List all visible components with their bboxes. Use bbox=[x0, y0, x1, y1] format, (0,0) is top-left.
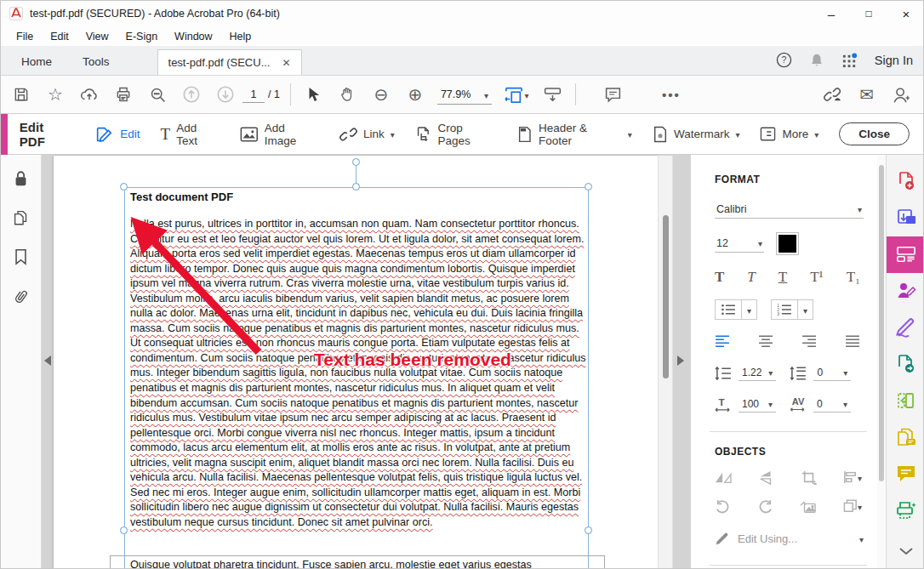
format-panel-scrollbar[interactable] bbox=[877, 155, 886, 569]
comment-tool[interactable] bbox=[887, 455, 924, 492]
replace-image-button[interactable] bbox=[800, 499, 817, 514]
crop-pages-button[interactable]: Crop Pages bbox=[415, 122, 498, 147]
crop-object-button[interactable] bbox=[801, 470, 817, 485]
removed-text-annotation[interactable]: Text has been removed bbox=[268, 350, 557, 370]
edit-tool-button[interactable]: Edit bbox=[94, 125, 140, 144]
selection-handle-top-left[interactable] bbox=[120, 183, 128, 191]
more-tools-button[interactable]: ••• bbox=[654, 79, 688, 110]
favorite-star-button[interactable]: ☆ bbox=[38, 79, 72, 110]
attachments-paperclip-icon[interactable] bbox=[13, 287, 29, 304]
selection-handle-middle-right[interactable] bbox=[585, 526, 592, 534]
subscript-button[interactable]: T₁ bbox=[847, 269, 860, 286]
document-scrollbar[interactable] bbox=[658, 156, 673, 569]
tab-close-icon[interactable]: ✕ bbox=[282, 57, 290, 69]
help-icon[interactable]: ? bbox=[776, 52, 792, 68]
fill-and-sign-tool[interactable] bbox=[887, 310, 924, 346]
previous-page-button[interactable] bbox=[174, 79, 208, 110]
edit-pdf-tool[interactable] bbox=[887, 236, 924, 273]
request-e-signatures-tool[interactable] bbox=[887, 273, 924, 310]
organize-pages-tool[interactable] bbox=[887, 382, 924, 418]
selection-handle-top-center[interactable] bbox=[352, 183, 360, 191]
edit-using-button[interactable]: Edit Using... bbox=[715, 532, 797, 546]
align-right-button[interactable] bbox=[801, 335, 817, 348]
more-edit-button[interactable]: More bbox=[760, 127, 818, 141]
zoom-out-button[interactable]: ⊖ bbox=[364, 79, 398, 110]
maximize-button[interactable]: □ bbox=[850, 1, 887, 26]
selection-handle-top-right[interactable] bbox=[585, 183, 592, 191]
menu-help[interactable]: Help bbox=[221, 28, 260, 45]
collapse-right-pane-icon[interactable] bbox=[677, 356, 684, 366]
menu-edit[interactable]: Edit bbox=[42, 28, 77, 45]
page-number-input[interactable] bbox=[242, 87, 265, 103]
link-button[interactable]: Link bbox=[339, 127, 395, 142]
minimize-button[interactable]: – bbox=[813, 1, 850, 26]
comment-button[interactable] bbox=[596, 79, 630, 110]
character-spacing-control[interactable]: 0 bbox=[813, 396, 851, 413]
expand-tools-chevron-icon[interactable] bbox=[887, 533, 924, 569]
share-link-button[interactable] bbox=[816, 79, 850, 110]
rotate-counterclockwise-button[interactable] bbox=[715, 499, 731, 514]
scan-and-ocr-tool[interactable] bbox=[887, 492, 924, 528]
italic-button[interactable]: T bbox=[747, 269, 755, 286]
search-button[interactable] bbox=[140, 79, 174, 110]
menu-window[interactable]: Window bbox=[166, 28, 220, 45]
page-display-button[interactable] bbox=[497, 79, 536, 110]
select-tool-button[interactable] bbox=[296, 79, 330, 110]
numbered-list-button[interactable]: 123 bbox=[771, 299, 813, 320]
menu-file[interactable]: File bbox=[8, 28, 42, 45]
tab-document[interactable]: test-pdf.pdf (SECU... ✕ bbox=[157, 49, 302, 75]
export-pdf-tool[interactable] bbox=[887, 200, 924, 236]
next-page-button[interactable] bbox=[208, 79, 242, 110]
align-objects-button[interactable] bbox=[843, 469, 862, 485]
font-size-select[interactable]: 12 bbox=[715, 235, 764, 253]
superscript-button[interactable]: T¹ bbox=[810, 269, 823, 286]
arrange-objects-button[interactable] bbox=[843, 498, 862, 514]
align-center-button[interactable] bbox=[758, 335, 773, 348]
flip-horizontal-button[interactable] bbox=[715, 470, 732, 485]
account-button[interactable] bbox=[884, 79, 918, 110]
window-close-button[interactable]: × bbox=[887, 1, 924, 26]
sign-in-link[interactable]: Sign In bbox=[875, 54, 913, 67]
create-pdf-tool[interactable] bbox=[887, 163, 924, 200]
header-footer-button[interactable]: Header & Footer bbox=[517, 122, 632, 147]
hand-tool-button[interactable] bbox=[330, 79, 364, 110]
tab-home[interactable]: Home bbox=[6, 48, 67, 75]
notifications-bell-icon[interactable] bbox=[809, 52, 824, 68]
horizontal-scale-control[interactable]: 100 bbox=[739, 396, 776, 413]
add-text-button[interactable]: T Add Text bbox=[161, 122, 220, 147]
print-button[interactable] bbox=[106, 79, 140, 110]
document-scrollbar-thumb[interactable] bbox=[663, 215, 669, 378]
save-button[interactable] bbox=[4, 79, 38, 110]
underline-button[interactable]: T bbox=[779, 269, 787, 286]
share-upload-button[interactable] bbox=[72, 79, 106, 110]
line-spacing-control[interactable]: 1.22 bbox=[739, 365, 776, 381]
align-left-button[interactable] bbox=[715, 335, 730, 348]
bold-button[interactable]: T bbox=[715, 269, 724, 286]
font-family-select[interactable]: Calibri bbox=[715, 201, 864, 219]
rotate-clockwise-button[interactable] bbox=[757, 499, 773, 514]
menu-view[interactable]: View bbox=[77, 28, 117, 45]
font-color-swatch[interactable] bbox=[776, 232, 799, 255]
dock-toolbar-button[interactable] bbox=[536, 79, 570, 110]
paragraph-spacing-control[interactable]: 0 bbox=[813, 365, 851, 381]
collapse-left-pane-icon[interactable] bbox=[44, 356, 51, 366]
align-justify-button[interactable] bbox=[845, 335, 860, 348]
tab-tools[interactable]: Tools bbox=[67, 48, 125, 75]
close-edit-pdf-button[interactable]: Close bbox=[839, 122, 910, 145]
zoom-in-button[interactable]: ⊕ bbox=[398, 79, 432, 110]
page-thumbnails-icon[interactable] bbox=[13, 209, 29, 226]
menu-esign[interactable]: E-Sign bbox=[117, 28, 167, 45]
security-lock-icon[interactable] bbox=[13, 170, 29, 187]
bulleted-list-button[interactable] bbox=[715, 299, 757, 320]
bookmarks-icon[interactable] bbox=[14, 248, 28, 265]
app-launcher-icon[interactable] bbox=[841, 52, 858, 68]
email-button[interactable]: ✉ bbox=[850, 79, 884, 110]
rotation-handle[interactable] bbox=[352, 158, 360, 166]
zoom-level-select[interactable]: 77.9% bbox=[437, 85, 492, 105]
watermark-button[interactable]: Watermark bbox=[653, 126, 740, 143]
format-panel-scrollbar-thumb[interactable] bbox=[879, 165, 884, 481]
send-for-comments-tool[interactable] bbox=[887, 346, 924, 383]
compare-files-tool[interactable] bbox=[887, 418, 924, 455]
selection-handle-middle-left[interactable] bbox=[120, 526, 128, 534]
add-image-button[interactable]: Add Image bbox=[240, 122, 319, 147]
